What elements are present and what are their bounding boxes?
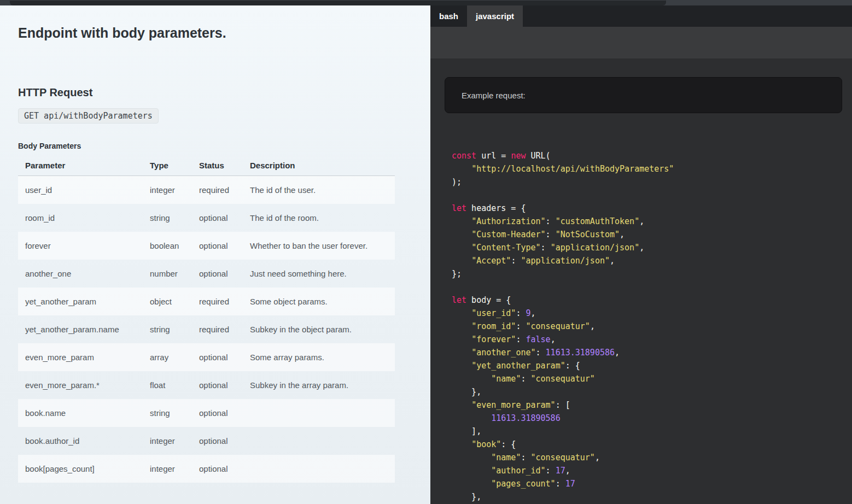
tab-javascript[interactable]: javascript — [467, 5, 523, 27]
cell-parameter: book.name — [18, 399, 150, 427]
body-parameters-label: Body Parameters — [18, 142, 412, 150]
cell-type: string — [150, 204, 199, 232]
code-line: "Content-Type": "application/json", — [452, 241, 852, 254]
table-row: yet_another_paramobjectrequiredSome obje… — [18, 288, 395, 315]
code-line: "name": "consequatur" — [452, 372, 852, 385]
example-request-label: Example request: — [462, 91, 526, 100]
cell-description: Subkey in the array param. — [250, 371, 395, 399]
code-example-panel: bashjavascript Example request: const ur… — [430, 5, 852, 504]
cell-status: optional — [199, 455, 250, 483]
cell-status: optional — [199, 371, 250, 399]
code-line: "book": { — [452, 438, 852, 451]
code-line: "Custom-Header": "NotSoCustom", — [452, 228, 852, 241]
code-line: "name": "consequatur", — [452, 451, 852, 464]
code-line: let body = { — [452, 294, 852, 307]
cell-status: required — [199, 315, 250, 343]
code-line: "http://localhost/api/withBodyParameters… — [452, 162, 852, 175]
table-row: even_more_param.*floatoptionalSubkey in … — [18, 371, 395, 399]
cell-status: optional — [199, 232, 250, 260]
horizontal-scrollbar[interactable] — [0, 0, 852, 5]
docs-page: Endpoint with body parameters. HTTP Requ… — [0, 0, 852, 504]
code-line: ], — [452, 425, 852, 438]
cell-description — [250, 427, 395, 455]
code-line: const url = new URL( — [452, 149, 852, 162]
cell-description — [250, 455, 395, 483]
column-header-type: Type — [150, 159, 199, 176]
cell-parameter: even_more_param.* — [18, 371, 150, 399]
table-row: foreverbooleanoptionalWhether to ban the… — [18, 232, 395, 260]
cell-parameter: even_more_param — [18, 343, 150, 371]
cell-parameter: yet_another_param.name — [18, 315, 150, 343]
code-line: "yet_another_param": { — [452, 359, 852, 372]
code-line: "user_id": 9, — [452, 307, 852, 320]
cell-parameter: room_id — [18, 204, 150, 232]
cell-status: optional — [199, 399, 250, 427]
cell-parameter: another_one — [18, 260, 150, 288]
cell-status: required — [199, 176, 250, 204]
code-block: const url = new URL( "http://localhost/a… — [452, 149, 852, 503]
cell-parameter: user_id — [18, 176, 150, 204]
code-line: "author_id": 17, — [452, 464, 852, 477]
cell-description — [250, 399, 395, 427]
table-row: book.namestringoptional — [18, 399, 395, 427]
column-header-parameter: Parameter — [18, 159, 150, 176]
cell-description: Whether to ban the user forever. — [250, 232, 395, 260]
endpoint-badge-wrap: GET api/withBodyParameters — [18, 108, 412, 124]
code-line: 11613.31890586 — [452, 412, 852, 425]
code-line: "pages_count": 17 — [452, 477, 852, 490]
table-row: book[pages_count]integeroptional — [18, 455, 395, 483]
column-header-status: Status — [199, 159, 250, 176]
docs-content-panel: Endpoint with body parameters. HTTP Requ… — [0, 5, 430, 504]
language-band — [430, 27, 852, 58]
cell-description: The id of the user. — [250, 176, 395, 204]
page-title: Endpoint with body parameters. — [18, 25, 412, 41]
code-line: "Accept": "application/json", — [452, 254, 852, 267]
code-line: }, — [452, 385, 852, 398]
scrollbar-thumb[interactable] — [10, 1, 666, 5]
cell-type: integer — [150, 455, 199, 483]
table-row: book.author_idintegeroptional — [18, 427, 395, 455]
code-line: }; — [452, 267, 852, 280]
cell-type: array — [150, 343, 199, 371]
cell-status: optional — [199, 343, 250, 371]
body-parameters-table: Parameter Type Status Description user_i… — [18, 159, 395, 483]
cell-description: Some array params. — [250, 343, 395, 371]
cell-type: number — [150, 260, 199, 288]
code-line: "forever": false, — [452, 333, 852, 346]
cell-type: object — [150, 288, 199, 315]
code-line — [452, 189, 852, 202]
cell-status: optional — [199, 427, 250, 455]
cell-status: required — [199, 288, 250, 315]
cell-status: optional — [199, 260, 250, 288]
table-body: user_idintegerrequiredThe id of the user… — [18, 176, 395, 483]
cell-type: string — [150, 315, 199, 343]
tab-bash[interactable]: bash — [430, 5, 467, 27]
cell-parameter: forever — [18, 232, 150, 260]
cell-description: Just need something here. — [250, 260, 395, 288]
table-header-row: Parameter Type Status Description — [18, 159, 395, 176]
endpoint-method-badge: GET api/withBodyParameters — [18, 108, 159, 124]
cell-parameter: yet_another_param — [18, 288, 150, 315]
code-line: "room_id": "consequatur", — [452, 320, 852, 333]
code-line: "Authorization": "customAuthToken", — [452, 215, 852, 228]
example-request-box: Example request: — [445, 77, 842, 113]
code-line: "even_more_param": [ — [452, 398, 852, 412]
column-header-description: Description — [250, 159, 395, 176]
table-row: even_more_paramarrayoptionalSome array p… — [18, 343, 395, 371]
cell-parameter: book[pages_count] — [18, 455, 150, 483]
language-tab-bar: bashjavascript — [430, 5, 852, 27]
table-row: another_onenumberoptionalJust need somet… — [18, 260, 395, 288]
http-request-heading: HTTP Request — [18, 86, 412, 99]
cell-status: optional — [199, 204, 250, 232]
cell-type: boolean — [150, 232, 199, 260]
cell-description: Some object params. — [250, 288, 395, 315]
code-line — [452, 280, 852, 294]
table-row: yet_another_param.namestringrequiredSubk… — [18, 315, 395, 343]
code-line: ); — [452, 175, 852, 189]
code-line: }, — [452, 490, 852, 503]
cell-type: integer — [150, 176, 199, 204]
code-line: "another_one": 11613.31890586, — [452, 346, 852, 359]
cell-type: float — [150, 371, 199, 399]
cell-parameter: book.author_id — [18, 427, 150, 455]
cell-type: string — [150, 399, 199, 427]
